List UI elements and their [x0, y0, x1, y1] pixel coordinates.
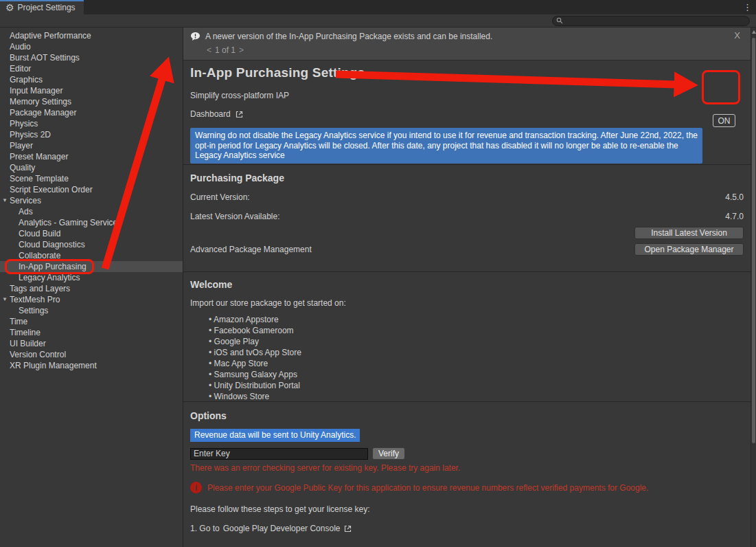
sidebar-item-label: Cloud Build: [19, 229, 60, 238]
sidebar-item[interactable]: ▼ Analytics - Gaming Services: [0, 217, 183, 228]
sidebar-item-label: Version Control: [10, 350, 66, 359]
welcome-intro: Import our store package to get started …: [190, 298, 744, 308]
sidebar-item[interactable]: ▼ Physics 2D: [0, 129, 183, 140]
pager-label: 1 of 1: [215, 45, 236, 55]
sidebar-item-label: In-App Purchasing: [19, 262, 87, 271]
sidebar-item[interactable]: ▼ Cloud Build: [0, 228, 183, 239]
sidebar-item[interactable]: ▼ Legacy Analytics: [0, 272, 183, 283]
external-link-icon: [235, 110, 244, 119]
window-tab[interactable]: ⚙ Project Settings: [0, 0, 84, 14]
sidebar-item-label: Editor: [10, 64, 31, 74]
sidebar-item-label: Script Execution Order: [10, 185, 93, 194]
google-play-console-link[interactable]: Google Play Developer Console: [223, 524, 341, 533]
pager-prev-icon[interactable]: <: [207, 45, 211, 55]
service-on-toggle[interactable]: ON: [713, 114, 735, 127]
options-heading: Options: [190, 410, 744, 421]
sidebar-item-label: Graphics: [10, 75, 43, 85]
dashboard-link-label: Dashboard: [190, 109, 231, 119]
analytics-note-chip: Revenue data will be sent to Unity Analy…: [190, 429, 360, 442]
sidebar-item-label: Services: [10, 196, 41, 205]
license-steps-intro: Please follow these steps to get your li…: [190, 504, 744, 514]
search-box[interactable]: [552, 16, 750, 26]
legacy-analytics-warning: Warning do not disable the Legacy Analyt…: [190, 128, 702, 164]
vertical-scrollbar[interactable]: [751, 27, 756, 547]
sidebar-item-label: Legacy Analytics: [19, 273, 80, 282]
sidebar: ▼ Adaptive Performance ▼ Audio ▼ Burst A…: [0, 27, 183, 547]
sidebar-item[interactable]: ▼ Collaborate: [0, 250, 183, 261]
store-list-item: Windows Store: [209, 391, 744, 402]
google-key-notice: Please enter your Google Public Key for …: [207, 483, 648, 493]
tab-accent-line: [0, 0, 84, 1]
page-subtitle: Simplify cross-platform IAP: [190, 91, 744, 100]
sidebar-item[interactable]: ▼ Cloud Diagnostics: [0, 239, 183, 250]
verify-button[interactable]: Verify: [372, 447, 405, 460]
sidebar-item[interactable]: ▼ Timeline: [0, 327, 183, 338]
sidebar-item-label: Physics 2D: [10, 130, 51, 139]
sidebar-item[interactable]: ▼ UI Builder: [0, 338, 183, 349]
sidebar-item[interactable]: ▼ Physics: [0, 118, 183, 129]
sidebar-item[interactable]: ▼ Services: [0, 195, 183, 206]
sidebar-item-label: Quality: [10, 163, 35, 172]
sidebar-item[interactable]: ▼ Player: [0, 140, 183, 151]
store-list-item: Mac App Store: [209, 358, 744, 369]
store-list-item: Amazon Appstore: [209, 314, 744, 325]
sidebar-item-label: Timeline: [10, 328, 41, 337]
sidebar-item-label: XR Plugin Management: [10, 361, 97, 370]
search-input[interactable]: [566, 16, 746, 25]
sidebar-item[interactable]: ▼ Package Manager: [0, 107, 183, 118]
sidebar-item-label: Preset Manager: [10, 152, 68, 161]
advanced-package-management-label: Advanced Package Management: [190, 245, 312, 254]
options-section: Options Revenue data will be sent to Uni…: [183, 402, 751, 547]
sidebar-item[interactable]: ▼ Ads: [0, 206, 183, 217]
store-list-item: Facebook Gameroom: [209, 325, 744, 336]
sidebar-item-label: Tags and Layers: [10, 284, 70, 293]
sidebar-item[interactable]: ▼ TextMesh Pro: [0, 294, 183, 305]
pager-next-icon[interactable]: >: [239, 45, 244, 55]
sidebar-item[interactable]: ▼ In-App Purchasing: [0, 261, 183, 272]
expander-triangle-icon[interactable]: ▼: [1, 294, 8, 305]
sidebar-item[interactable]: ▼ Tags and Layers: [0, 283, 183, 294]
store-list-item: iOS and tvOs App Store: [209, 347, 744, 358]
update-notification: A newer version of the In-App Purchasing…: [183, 27, 751, 60]
notification-pager: < 1 of 1 >: [207, 45, 744, 55]
open-package-manager-button[interactable]: Open Package Manager: [634, 243, 744, 256]
notification-message: A newer version of the In-App Purchasing…: [205, 32, 492, 41]
purchasing-package-section: Purchasing Package Current Version: 4.5.…: [183, 165, 751, 271]
sidebar-item[interactable]: ▼ Preset Manager: [0, 151, 183, 162]
toolbar: [0, 14, 756, 27]
sidebar-item-label: Scene Template: [10, 174, 69, 183]
external-link-icon: [343, 524, 352, 533]
sidebar-item[interactable]: ▼ Scene Template: [0, 173, 183, 184]
expander-triangle-icon[interactable]: ▼: [1, 195, 8, 206]
sidebar-item[interactable]: ▼ Version Control: [0, 349, 183, 360]
sidebar-item[interactable]: ▼ Input Manager: [0, 85, 183, 96]
sidebar-item[interactable]: ▼ Graphics: [0, 74, 183, 85]
sidebar-item-label: UI Builder: [10, 339, 46, 348]
scrollbar-up-arrow-icon[interactable]: [752, 30, 756, 34]
sidebar-item[interactable]: ▼ Script Execution Order: [0, 184, 183, 195]
sidebar-item[interactable]: ▼ Editor: [0, 63, 183, 74]
latest-version-label: Latest Version Available:: [190, 212, 280, 221]
speech-bubble-exclamation-icon: [190, 32, 201, 41]
sidebar-item[interactable]: ▼ Adaptive Performance: [0, 30, 183, 41]
notification-close-button[interactable]: X: [734, 30, 740, 41]
sidebar-item[interactable]: ▼ Memory Settings: [0, 96, 183, 107]
sidebar-item-label: Ads: [19, 207, 33, 216]
window-tab-title: Project Settings: [18, 3, 76, 12]
sidebar-item-label: Time: [10, 317, 27, 326]
scrollbar-thumb[interactable]: [752, 38, 755, 443]
sidebar-item[interactable]: ▼ Burst AOT Settings: [0, 52, 183, 63]
sidebar-item[interactable]: ▼ Time: [0, 316, 183, 327]
google-key-input[interactable]: [190, 448, 368, 460]
sidebar-item-label: Player: [10, 141, 33, 150]
dashboard-link[interactable]: Dashboard: [190, 109, 744, 119]
sidebar-item-label: Analytics - Gaming Services: [19, 218, 122, 227]
sidebar-item[interactable]: ▼ Quality: [0, 162, 183, 173]
sidebar-item[interactable]: ▼ Audio: [0, 41, 183, 52]
kebab-menu-icon[interactable]: ⋮: [743, 2, 752, 12]
install-latest-version-button[interactable]: Install Latest Version: [634, 227, 744, 239]
sidebar-item[interactable]: ▼ Settings: [0, 305, 183, 316]
sidebar-item[interactable]: ▼ XR Plugin Management: [0, 360, 183, 371]
sidebar-item-label: Collaborate: [19, 251, 60, 260]
sidebar-item-label: Adaptive Performance: [10, 31, 91, 41]
